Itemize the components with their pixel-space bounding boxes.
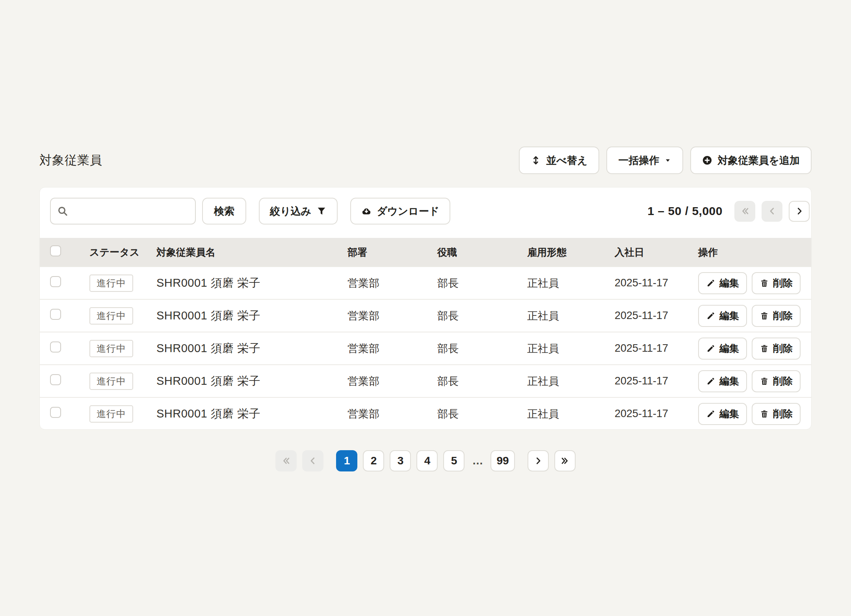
topbar-actions: 並べ替え 一括操作 対象従業員を追加 bbox=[519, 147, 812, 174]
up-down-arrow-icon bbox=[531, 155, 541, 165]
employee-list-card: 検索 絞り込み ダウンロード 1 – 50 / 5,000 bbox=[39, 187, 812, 430]
trash-icon bbox=[760, 311, 769, 321]
status-badge: 進行中 bbox=[89, 340, 133, 357]
magnifier-icon bbox=[57, 206, 68, 217]
employment-cell: 正社員 bbox=[527, 276, 615, 290]
filter-button-label: 絞り込み bbox=[270, 204, 311, 218]
department-cell: 営業部 bbox=[347, 374, 437, 388]
add-employee-button[interactable]: 対象従業員を追加 bbox=[690, 147, 812, 174]
pencil-icon bbox=[706, 344, 715, 353]
row-checkbox[interactable] bbox=[50, 374, 61, 385]
delete-button[interactable]: 削除 bbox=[752, 403, 801, 425]
employment-cell: 正社員 bbox=[527, 309, 615, 323]
delete-button-label: 削除 bbox=[773, 407, 793, 420]
page: 対象従業員 並べ替え 一括操作 対象従業員を追加 検索 bbox=[0, 0, 851, 616]
double-chevron-right-icon bbox=[560, 456, 570, 466]
row-checkbox[interactable] bbox=[50, 407, 61, 418]
table-row: 進行中 SHR0001 須磨 栄子 営業部 部長 正社員 2025-11-17 … bbox=[40, 364, 811, 397]
status-badge: 進行中 bbox=[89, 307, 133, 325]
employee-name: SHR0001 須磨 栄子 bbox=[156, 308, 347, 324]
header-name: 対象従業員名 bbox=[156, 246, 347, 259]
table-row: 進行中 SHR0001 須磨 栄子 営業部 部長 正社員 2025-11-17 … bbox=[40, 397, 811, 430]
sort-button-label: 並べ替え bbox=[546, 154, 587, 167]
role-cell: 部長 bbox=[437, 309, 527, 323]
pencil-icon bbox=[706, 409, 715, 419]
delete-button-label: 削除 bbox=[773, 276, 793, 289]
header-dept: 部署 bbox=[347, 246, 437, 259]
trash-icon bbox=[760, 278, 769, 288]
department-cell: 営業部 bbox=[347, 341, 437, 356]
delete-button[interactable]: 削除 bbox=[752, 272, 801, 294]
edit-button-label: 編集 bbox=[719, 375, 739, 388]
download-button[interactable]: ダウンロード bbox=[350, 198, 450, 225]
last-page-button[interactable] bbox=[554, 450, 576, 471]
edit-button-label: 編集 bbox=[719, 342, 739, 355]
row-checkbox[interactable] bbox=[50, 309, 61, 320]
prev-page-button[interactable] bbox=[302, 450, 323, 471]
employee-name: SHR0001 須磨 栄子 bbox=[156, 406, 347, 422]
bulk-actions-label: 一括操作 bbox=[618, 154, 659, 167]
plus-circle-icon bbox=[702, 155, 712, 165]
join-date-cell: 2025-11-17 bbox=[615, 277, 698, 289]
row-checkbox[interactable] bbox=[50, 276, 61, 287]
bulk-actions-button[interactable]: 一括操作 bbox=[606, 147, 683, 174]
pencil-icon bbox=[706, 278, 715, 288]
page-button-3[interactable]: 3 bbox=[390, 450, 411, 471]
status-badge: 進行中 bbox=[89, 275, 133, 292]
double-chevron-left-icon bbox=[281, 456, 291, 466]
page-title: 対象従業員 bbox=[39, 152, 102, 169]
employment-cell: 正社員 bbox=[527, 407, 615, 421]
employee-name: SHR0001 須磨 栄子 bbox=[156, 341, 347, 356]
chevron-right-icon bbox=[533, 456, 543, 466]
edit-button-label: 編集 bbox=[719, 407, 739, 420]
search-button[interactable]: 検索 bbox=[202, 198, 246, 225]
header-actions: 操作 bbox=[698, 246, 800, 259]
delete-button[interactable]: 削除 bbox=[752, 338, 801, 360]
result-range-text: 1 – 50 / 5,000 bbox=[648, 204, 723, 218]
employment-cell: 正社員 bbox=[527, 374, 615, 388]
employee-name: SHR0001 須磨 栄子 bbox=[156, 275, 347, 291]
delete-button[interactable]: 削除 bbox=[752, 370, 801, 392]
edit-button-label: 編集 bbox=[719, 276, 739, 289]
table-header: ステータス 対象従業員名 部署 役職 雇用形態 入社日 操作 bbox=[40, 238, 811, 266]
search-input[interactable] bbox=[50, 198, 196, 225]
sort-button[interactable]: 並べ替え bbox=[519, 147, 599, 174]
edit-button[interactable]: 編集 bbox=[698, 338, 747, 360]
page-button-2[interactable]: 2 bbox=[363, 450, 384, 471]
delete-button[interactable]: 削除 bbox=[752, 305, 801, 327]
first-page-button[interactable] bbox=[275, 450, 297, 471]
trash-icon bbox=[760, 377, 769, 386]
join-date-cell: 2025-11-17 bbox=[615, 375, 698, 387]
prev-page-button[interactable] bbox=[762, 201, 782, 222]
filter-button[interactable]: 絞り込み bbox=[259, 198, 338, 225]
select-all-checkbox[interactable] bbox=[50, 245, 61, 256]
department-cell: 営業部 bbox=[347, 407, 437, 421]
first-page-button[interactable] bbox=[734, 201, 755, 222]
page-button-1[interactable]: 1 bbox=[336, 450, 357, 471]
role-cell: 部長 bbox=[437, 276, 527, 290]
next-page-button[interactable] bbox=[789, 201, 810, 222]
edit-button[interactable]: 編集 bbox=[698, 272, 747, 294]
trash-icon bbox=[760, 409, 769, 419]
add-employee-label: 対象従業員を追加 bbox=[717, 154, 800, 167]
range-cluster: 1 – 50 / 5,000 bbox=[648, 201, 810, 222]
edit-button-label: 編集 bbox=[719, 309, 739, 322]
page-button-4[interactable]: 4 bbox=[416, 450, 438, 471]
status-badge: 進行中 bbox=[89, 405, 133, 423]
department-cell: 営業部 bbox=[347, 276, 437, 290]
header-status: ステータス bbox=[89, 246, 156, 259]
page-button-99[interactable]: 99 bbox=[491, 450, 515, 471]
edit-button[interactable]: 編集 bbox=[698, 370, 747, 392]
edit-button[interactable]: 編集 bbox=[698, 305, 747, 327]
double-chevron-left-icon bbox=[740, 206, 750, 216]
next-page-button[interactable] bbox=[528, 450, 549, 471]
status-badge: 進行中 bbox=[89, 373, 133, 390]
row-checkbox[interactable] bbox=[50, 341, 61, 353]
department-cell: 営業部 bbox=[347, 309, 437, 323]
page-button-5[interactable]: 5 bbox=[443, 450, 465, 471]
table-row: 進行中 SHR0001 須磨 栄子 営業部 部長 正社員 2025-11-17 … bbox=[40, 266, 811, 299]
edit-button[interactable]: 編集 bbox=[698, 403, 747, 425]
chevron-right-icon bbox=[795, 206, 804, 216]
funnel-icon bbox=[316, 206, 327, 216]
join-date-cell: 2025-11-17 bbox=[615, 408, 698, 420]
